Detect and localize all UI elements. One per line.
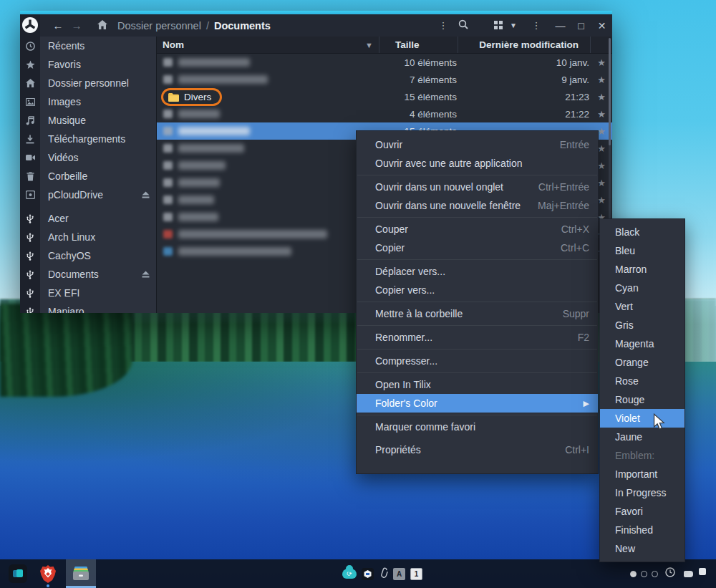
workspace-dot[interactable] [641, 571, 647, 577]
submenu-item-cyan[interactable]: Cyan [600, 279, 684, 297]
view-dropdown-icon[interactable]: ▼ [510, 21, 517, 29]
workspace-dot[interactable] [652, 571, 658, 577]
search-icon[interactable] [458, 19, 468, 32]
sidebar-item-exefi[interactable]: EX EFI [20, 284, 156, 302]
scrollbar-thumb[interactable] [609, 38, 611, 145]
submenu-item-rouge[interactable]: Rouge [600, 390, 684, 409]
menu-item-copier[interactable]: Copier Ctrl+C [357, 238, 598, 257]
sidebar-item-images[interactable]: Images [20, 92, 156, 111]
eject-icon[interactable] [142, 189, 150, 201]
menu-item-deplacer-vers[interactable]: Déplacer vers... [357, 262, 598, 281]
breadcrumb-parent[interactable]: Dossier personnel [117, 20, 201, 32]
sidebar-item-downloads[interactable]: Téléchargements [20, 130, 156, 148]
sidebar-item-home[interactable]: Dossier personnel [20, 74, 156, 92]
usb-icon [20, 307, 40, 314]
wallet-app-icon[interactable] [6, 562, 30, 586]
submenu-item-orange[interactable]: Orange [600, 353, 684, 372]
close-button[interactable]: ✕ [591, 20, 612, 32]
column-header-name[interactable]: Nom ▼ [157, 37, 379, 53]
volume-icon[interactable] [684, 571, 693, 577]
pcloud-icon[interactable]: ⟳ [342, 569, 357, 579]
hexagon-app-icon[interactable] [362, 568, 374, 580]
menu-separator [357, 415, 597, 415]
menu-item-marquer-favori[interactable]: Marquer comme favori [357, 418, 598, 436]
menu-item-folders-color[interactable]: Folder's Color ▶ [357, 394, 598, 413]
running-indicator [47, 584, 49, 587]
submenu-item-favori[interactable]: Favori [600, 502, 684, 521]
system-tray: ⟳ A 1 [342, 559, 422, 588]
folder-icon [163, 213, 173, 221]
forward-button[interactable]: → [67, 19, 86, 32]
menu-item-corbeille[interactable]: Mettre à la corbeille Suppr [357, 304, 598, 323]
view-grid-icon[interactable] [494, 19, 503, 32]
sidebar-item-music[interactable]: Musique [20, 111, 156, 130]
submenu-item-finished[interactable]: Finished [600, 521, 684, 539]
menu-item-couper[interactable]: Couper Ctrl+X [357, 220, 598, 238]
sidebar-item-cachyos[interactable]: CachyOS [20, 246, 156, 265]
menu-item-proprietes[interactable]: Propriétés Ctrl+I [357, 440, 598, 459]
letter-a-icon[interactable]: A [393, 568, 405, 580]
app-logo-icon[interactable] [22, 17, 38, 33]
minimize-button[interactable]: — [550, 20, 571, 32]
workspace-dot-active[interactable] [630, 571, 637, 577]
taskbar-indicators [630, 559, 706, 588]
titlebar-actions: ⋮ ▼ ⋮ — □ ✕ [435, 19, 612, 32]
usb-icon [20, 270, 40, 279]
window-menu-icon[interactable]: ⋮ [528, 20, 544, 31]
column-header-modified[interactable]: Dernière modification [458, 37, 591, 53]
submenu-item-rose[interactable]: Rose [600, 372, 684, 390]
submenu-item-new[interactable]: New [600, 539, 684, 558]
sidebar-item-acer[interactable]: Acer [20, 209, 156, 228]
clock-icon[interactable] [665, 567, 675, 580]
folder-icon [163, 161, 173, 170]
menu-item-nouvel-onglet[interactable]: Ouvrir dans un nouvel onglet Ctrl+Entrée [357, 178, 598, 196]
table-row[interactable]: 4 éléments 21:22 ★ [157, 105, 612, 122]
redacted-filename [178, 230, 327, 238]
home-icon[interactable] [97, 19, 107, 32]
file-manager-icon[interactable] [66, 559, 96, 588]
submenu-item-marron[interactable]: Marron [600, 260, 684, 279]
submenu-item-magenta[interactable]: Magenta [600, 334, 684, 353]
table-row-divers[interactable]: Divers 15 éléments 21:23 ★ [157, 88, 612, 105]
redacted-filename [178, 110, 220, 118]
breadcrumb-current[interactable]: Documents [214, 20, 271, 32]
paperclip-icon[interactable] [379, 567, 388, 581]
sidebar-item-favorites[interactable]: Favoris [20, 55, 156, 74]
submenu-item-gris[interactable]: Gris [600, 316, 684, 334]
redacted-filename [178, 144, 244, 153]
menu-item-ouvrir[interactable]: Ouvrir Entrée [357, 135, 598, 154]
submenu-item-vert[interactable]: Vert [600, 297, 684, 316]
submenu-item-black[interactable]: Black [600, 223, 684, 241]
submenu-item-jaune[interactable]: Jaune [600, 428, 684, 446]
sidebar-item-manjaro[interactable]: Manjaro [20, 302, 156, 313]
notifications-icon[interactable] [699, 568, 706, 575]
eject-icon[interactable] [142, 269, 150, 280]
menu-item-ouvrir-avec[interactable]: Ouvrir avec une autre application [357, 154, 598, 173]
trash-icon [20, 172, 40, 181]
sidebar-item-recents[interactable]: Récents [20, 37, 156, 55]
menu-item-nouvelle-fenetre[interactable]: Ouvrir dans une nouvelle fenêtre Maj+Ent… [357, 196, 598, 215]
toolbar-menu-icon[interactable]: ⋮ [435, 20, 451, 31]
submenu-item-bleu[interactable]: Bleu [600, 241, 684, 260]
submenu-item-in-progress[interactable]: In Progress [600, 483, 684, 502]
table-row[interactable]: 10 éléments 10 janv. ★ [157, 54, 612, 71]
submenu-item-violet[interactable]: Violet [600, 409, 684, 428]
menu-item-open-in-tilix[interactable]: Open In Tilix [357, 375, 598, 394]
menu-item-renommer[interactable]: Renommer... F2 [357, 328, 598, 347]
maximize-button[interactable]: □ [571, 20, 591, 32]
sidebar-item-videos[interactable]: Vidéos [20, 148, 156, 167]
sidebar-item-archlinux[interactable]: Arch Linux [20, 228, 156, 246]
number-1-icon[interactable]: 1 [410, 568, 422, 580]
brave-browser-icon[interactable] [36, 562, 60, 586]
menu-item-copier-vers[interactable]: Copier vers... [357, 281, 598, 299]
table-row[interactable]: 7 éléments 9 janv. ★ [157, 71, 612, 88]
menu-item-compresser[interactable]: Compresser... [357, 352, 598, 370]
folder-icon [163, 110, 173, 118]
sidebar-item-documents-drive[interactable]: Documents [20, 265, 156, 284]
submenu-item-important[interactable]: Important [600, 465, 684, 483]
menu-separator [357, 372, 597, 373]
back-button[interactable]: ← [49, 19, 67, 32]
column-header-size[interactable]: Taille [379, 37, 458, 53]
sidebar-item-pclouddrive[interactable]: pCloudDrive [20, 185, 156, 204]
sidebar-item-trash[interactable]: Corbeille [20, 167, 156, 185]
